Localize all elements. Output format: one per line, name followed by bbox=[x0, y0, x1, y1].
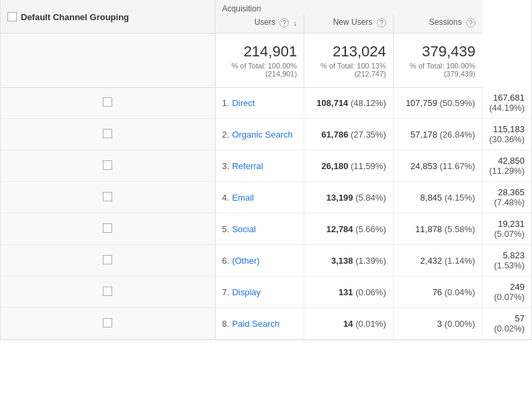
row-rank-4: 4. bbox=[222, 193, 230, 203]
row-rank-3: 3. bbox=[222, 161, 230, 171]
table-row: 6.(Other)3,138 (1.39%)2,432 (1.14%)5,823… bbox=[1, 245, 531, 276]
users-pct: (5.84%) bbox=[355, 193, 386, 203]
users-pct: (11.59%) bbox=[351, 161, 386, 171]
row-checkbox-4[interactable] bbox=[103, 192, 112, 201]
row-checkbox-5[interactable] bbox=[103, 223, 112, 233]
sessions-pct: (0.07%) bbox=[494, 292, 525, 302]
table-row: 1.Direct108,714 (48.12%)107,759 (50.59%)… bbox=[1, 87, 531, 119]
users-pct: (1.39%) bbox=[355, 256, 386, 266]
users-pct: (5.66%) bbox=[355, 224, 386, 234]
table-row: 3.Referral26,180 (11.59%)24,853 (11.67%)… bbox=[1, 150, 531, 182]
channel-link-referral[interactable]: Referral bbox=[232, 161, 263, 171]
new-users-column-header: New Users bbox=[333, 17, 373, 27]
users-help-icon[interactable]: ? bbox=[279, 18, 289, 28]
users-value: 14 bbox=[343, 319, 353, 329]
totals-row: 214,901 % of Total: 100.00% (214,901) 21… bbox=[1, 33, 531, 87]
row-rank-6: 6. bbox=[222, 256, 230, 266]
table-row: 7.Display131 (0.06%)76 (0.04%)249 (0.07%… bbox=[1, 276, 531, 308]
sessions-help-icon[interactable]: ? bbox=[466, 18, 476, 28]
row-checkbox-8[interactable] bbox=[103, 318, 112, 327]
channel-link-display[interactable]: Display bbox=[232, 287, 261, 297]
sessions-value: 28,365 bbox=[498, 187, 525, 197]
sessions-pct: (1.53%) bbox=[494, 260, 525, 270]
users-value: 26,180 bbox=[322, 161, 349, 171]
channel-link-paid-search[interactable]: Paid Search bbox=[232, 319, 279, 329]
sessions-pct: (0.02%) bbox=[494, 323, 525, 334]
sessions-value: 19,231 bbox=[498, 219, 525, 229]
new-users-value: 11,878 bbox=[415, 224, 442, 234]
new-users-value: 107,759 bbox=[406, 98, 437, 108]
row-rank-1: 1. bbox=[222, 98, 230, 108]
users-column-header: Users bbox=[255, 17, 275, 27]
sessions-pct: (44.19%) bbox=[489, 103, 525, 113]
sessions-value: 57 bbox=[515, 313, 525, 323]
new-users-pct: (50.59%) bbox=[440, 98, 476, 108]
users-value: 13,199 bbox=[326, 193, 353, 203]
users-pct: (0.06%) bbox=[355, 287, 386, 297]
new-users-value: 8,845 bbox=[420, 193, 443, 203]
new-users-value: 3 bbox=[437, 319, 442, 329]
table-row: 5.Social12,784 (5.66%)11,878 (5.58%)19,2… bbox=[1, 213, 531, 245]
channel-link-direct[interactable]: Direct bbox=[232, 98, 255, 108]
channel-link-(other)[interactable]: (Other) bbox=[232, 256, 259, 266]
sessions-column-header: Sessions bbox=[429, 17, 462, 27]
row-rank-5: 5. bbox=[222, 224, 230, 234]
row-checkbox-6[interactable] bbox=[103, 255, 112, 264]
row-checkbox-1[interactable] bbox=[103, 97, 112, 107]
new-users-value: 2,432 bbox=[420, 256, 443, 266]
users-value: 61,786 bbox=[322, 130, 349, 140]
sessions-value: 167,681 bbox=[493, 93, 525, 103]
acquisition-header: Acquisition bbox=[222, 4, 261, 13]
channel-column-header: Default Channel Grouping bbox=[21, 12, 129, 22]
new-users-pct: (0.04%) bbox=[445, 287, 476, 297]
new-users-pct: (0.00%) bbox=[445, 319, 476, 329]
total-users-value: 214,901 bbox=[222, 43, 298, 60]
new-users-help-icon[interactable]: ? bbox=[377, 18, 386, 28]
new-users-value: 57,178 bbox=[410, 130, 437, 140]
row-rank-2: 2. bbox=[222, 130, 230, 140]
new-users-pct: (11.67%) bbox=[440, 161, 476, 171]
new-users-value: 24,853 bbox=[410, 161, 437, 171]
sessions-value: 249 bbox=[510, 282, 525, 292]
new-users-value: 76 bbox=[433, 287, 442, 297]
users-value: 131 bbox=[339, 287, 353, 297]
table-row: 4.Email13,199 (5.84%)8,845 (4.15%)28,365… bbox=[1, 182, 531, 213]
table-row: 2.Organic Search61,786 (27.35%)57,178 (2… bbox=[1, 119, 531, 150]
users-value: 12,784 bbox=[326, 224, 353, 234]
new-users-pct: (1.14%) bbox=[445, 256, 476, 266]
sessions-value: 115,183 bbox=[493, 124, 525, 134]
users-pct: (48.12%) bbox=[351, 98, 386, 108]
sessions-value: 5,823 bbox=[502, 250, 525, 260]
row-checkbox-3[interactable] bbox=[103, 160, 112, 170]
sessions-pct: (11.29%) bbox=[489, 166, 525, 176]
sessions-pct: (7.48%) bbox=[494, 197, 525, 207]
users-pct: (0.01%) bbox=[355, 319, 386, 329]
total-new-users-sub: % of Total: 100.13% (212,747) bbox=[311, 62, 386, 78]
row-rank-8: 8. bbox=[222, 319, 230, 329]
row-checkbox-7[interactable] bbox=[103, 287, 112, 296]
total-sessions-sub: % of Total: 100.00% (379,439) bbox=[400, 62, 476, 78]
row-rank-7: 7. bbox=[222, 287, 230, 297]
channel-link-social[interactable]: Social bbox=[232, 224, 255, 234]
table-row: 8.Paid Search14 (0.01%)3 (0.00%)57 (0.02… bbox=[1, 308, 531, 340]
new-users-pct: (5.58%) bbox=[445, 224, 476, 234]
channel-link-email[interactable]: Email bbox=[232, 193, 254, 203]
sessions-pct: (5.07%) bbox=[494, 229, 525, 239]
users-value: 108,714 bbox=[316, 98, 348, 108]
new-users-pct: (4.15%) bbox=[445, 193, 476, 203]
row-checkbox-2[interactable] bbox=[103, 129, 112, 138]
sessions-value: 42,850 bbox=[498, 156, 525, 166]
new-users-pct: (26.84%) bbox=[440, 130, 476, 140]
total-sessions-value: 379,439 bbox=[400, 43, 476, 60]
total-users-sub: % of Total: 100.00% (214,901) bbox=[222, 62, 298, 78]
users-value: 3,138 bbox=[331, 256, 353, 266]
users-pct: (27.35%) bbox=[351, 130, 386, 140]
select-all-checkbox[interactable] bbox=[7, 12, 17, 21]
total-new-users-value: 213,024 bbox=[311, 43, 386, 60]
users-sort-icon[interactable]: ↓ bbox=[294, 19, 298, 27]
channel-link-organic-search[interactable]: Organic Search bbox=[232, 130, 292, 140]
sessions-pct: (30.36%) bbox=[489, 134, 525, 144]
